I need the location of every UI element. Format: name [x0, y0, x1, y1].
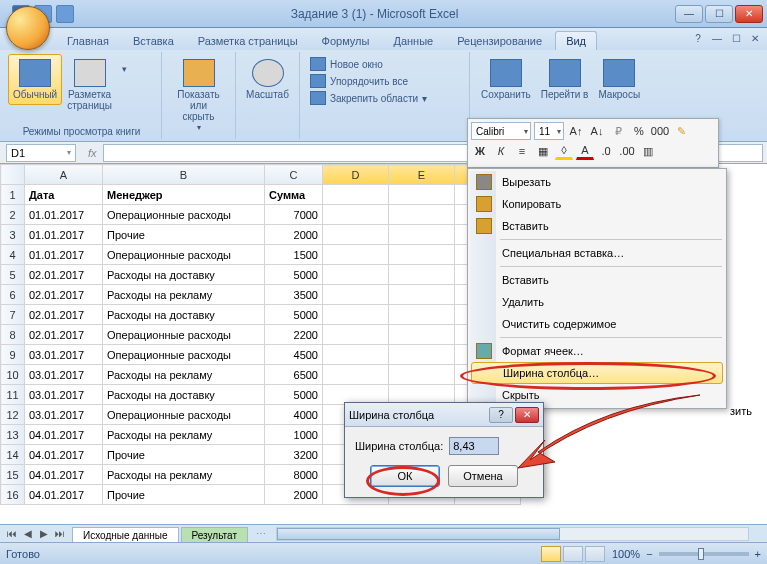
cell[interactable]: 04.01.2017	[25, 465, 103, 485]
row-header[interactable]: 10	[1, 365, 25, 385]
normal-view-icon[interactable]	[541, 546, 561, 562]
cell[interactable]	[389, 325, 455, 345]
cell[interactable]	[389, 225, 455, 245]
col-header-C[interactable]: C	[265, 165, 323, 185]
col-header-E[interactable]: E	[389, 165, 455, 185]
bold-icon[interactable]: Ж	[471, 142, 489, 160]
cell[interactable]	[323, 305, 389, 325]
italic-icon[interactable]: К	[492, 142, 510, 160]
cell[interactable]: 03.01.2017	[25, 385, 103, 405]
row-header[interactable]: 6	[1, 285, 25, 305]
cell[interactable]: Расходы на рекламу	[103, 365, 265, 385]
zoom-in-button[interactable]: +	[755, 548, 761, 560]
cell[interactable]: 04.01.2017	[25, 485, 103, 505]
maximize-button[interactable]: ☐	[705, 5, 733, 23]
zoom-slider[interactable]	[659, 552, 749, 556]
page-layout-view-icon[interactable]	[563, 546, 583, 562]
cell[interactable]: 1500	[265, 245, 323, 265]
cell[interactable]	[323, 225, 389, 245]
cell[interactable]	[389, 185, 455, 205]
save-workspace-button[interactable]: Сохранить	[476, 54, 536, 105]
row-header[interactable]: 2	[1, 205, 25, 225]
fx-icon[interactable]: fx	[88, 147, 97, 159]
row-header[interactable]: 5	[1, 265, 25, 285]
cell[interactable]	[389, 285, 455, 305]
tab-insert[interactable]: Вставка	[122, 31, 185, 50]
zoom-button[interactable]: Масштаб	[242, 54, 293, 105]
cell[interactable]: 01.01.2017	[25, 225, 103, 245]
row-header[interactable]: 1	[1, 185, 25, 205]
row-header[interactable]: 16	[1, 485, 25, 505]
fill-color-icon[interactable]: ◊	[555, 142, 573, 160]
cell[interactable]: Расходы на доставку	[103, 385, 265, 405]
paint-icon[interactable]: ✎	[672, 122, 690, 140]
cell[interactable]: 02.01.2017	[25, 265, 103, 285]
cell[interactable]: Расходы на рекламу	[103, 465, 265, 485]
close-doc-icon[interactable]: ✕	[747, 30, 763, 46]
cell[interactable]: 1000	[265, 425, 323, 445]
cell[interactable]: Прочие	[103, 225, 265, 245]
close-button[interactable]: ✕	[735, 5, 763, 23]
accounting-format-icon[interactable]: ₽	[609, 122, 627, 140]
name-box[interactable]: D1▾	[6, 144, 76, 162]
cell[interactable]: Расходы на рекламу	[103, 285, 265, 305]
column-width-input[interactable]: 8,43	[449, 437, 499, 455]
cell[interactable]: 3200	[265, 445, 323, 465]
cell[interactable]	[389, 365, 455, 385]
redo-icon[interactable]	[56, 5, 74, 23]
ctx-cut[interactable]: Вырезать	[470, 171, 724, 193]
increase-decimal-icon[interactable]: .00	[618, 142, 636, 160]
cell[interactable]: Прочие	[103, 445, 265, 465]
cell[interactable]: 03.01.2017	[25, 405, 103, 425]
h-scrollbar[interactable]	[276, 527, 749, 541]
page-layout-button[interactable]: Разметка страницы	[62, 54, 117, 116]
office-button[interactable]	[6, 6, 50, 50]
macros-button[interactable]: Макросы	[593, 54, 645, 105]
cell[interactable]: 4000	[265, 405, 323, 425]
cell[interactable]: Расходы на доставку	[103, 265, 265, 285]
sheet-tab-2[interactable]: Результат	[181, 527, 248, 543]
row-header[interactable]: 4	[1, 245, 25, 265]
cell[interactable]	[389, 345, 455, 365]
row-header[interactable]: 3	[1, 225, 25, 245]
decrease-decimal-icon[interactable]: .0	[597, 142, 615, 160]
borders-icon[interactable]: ▦	[534, 142, 552, 160]
cell[interactable]	[323, 205, 389, 225]
cell[interactable]: 01.01.2017	[25, 245, 103, 265]
row-header[interactable]: 9	[1, 345, 25, 365]
row-header[interactable]: 8	[1, 325, 25, 345]
merge-icon[interactable]: ▥	[639, 142, 657, 160]
cell[interactable]	[323, 345, 389, 365]
cell[interactable]	[389, 245, 455, 265]
zoom-out-button[interactable]: −	[646, 548, 652, 560]
cell[interactable]	[323, 185, 389, 205]
row-header[interactable]: 14	[1, 445, 25, 465]
row-header[interactable]: 7	[1, 305, 25, 325]
cell[interactable]: 04.01.2017	[25, 425, 103, 445]
cell[interactable]: Прочие	[103, 485, 265, 505]
shrink-font-icon[interactable]: A↓	[588, 122, 606, 140]
font-select[interactable]: Calibri	[471, 122, 531, 140]
cell[interactable]: 03.01.2017	[25, 345, 103, 365]
cell[interactable]: Сумма	[265, 185, 323, 205]
freeze-panes-button[interactable]: Закрепить области ▾	[310, 90, 459, 106]
ctx-column-width[interactable]: Ширина столбца…	[471, 362, 723, 384]
cell[interactable]	[323, 245, 389, 265]
ctx-clear[interactable]: Очистить содержимое	[470, 313, 724, 335]
cell[interactable]	[389, 265, 455, 285]
tab-data[interactable]: Данные	[382, 31, 444, 50]
cell[interactable]: 02.01.2017	[25, 325, 103, 345]
cell[interactable]: Операционные расходы	[103, 345, 265, 365]
minimize-button[interactable]: —	[675, 5, 703, 23]
col-header-B[interactable]: B	[103, 165, 265, 185]
cell[interactable]: 7000	[265, 205, 323, 225]
cell[interactable]: 2200	[265, 325, 323, 345]
switch-windows-button[interactable]: Перейти в	[536, 54, 594, 105]
grow-font-icon[interactable]: A↑	[567, 122, 585, 140]
row-header[interactable]: 12	[1, 405, 25, 425]
cell[interactable]: 5000	[265, 305, 323, 325]
sheet-nav[interactable]: ⏮◀▶⏭	[4, 528, 68, 539]
views-dropdown[interactable]: ▾	[117, 54, 132, 80]
row-header[interactable]: 15	[1, 465, 25, 485]
col-header-A[interactable]: A	[25, 165, 103, 185]
